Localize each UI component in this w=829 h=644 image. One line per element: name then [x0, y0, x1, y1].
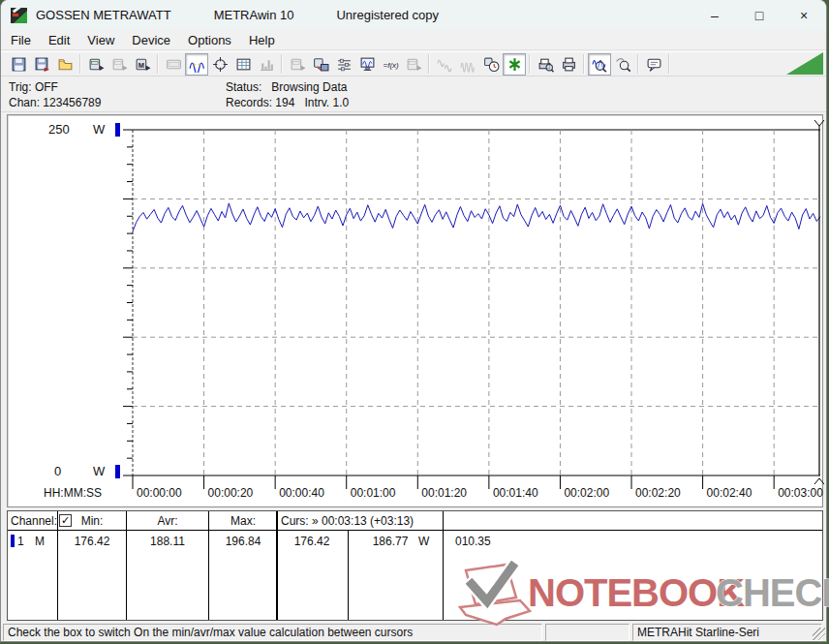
table-divider [348, 530, 349, 620]
app-window: GOSSEN METRAWATT METRAwin 10 Unregistere… [1, 0, 826, 641]
toolbar: M=f(x) [1, 51, 826, 77]
table-header-divider [8, 530, 822, 531]
start-recording-icon[interactable] [503, 53, 526, 76]
annotation-icon[interactable] [642, 53, 665, 76]
value-extra: 010.35 [455, 535, 491, 548]
export-icon [286, 53, 309, 76]
dense-curves-icon [456, 53, 479, 76]
column-header-min: Min: [81, 514, 104, 528]
records-interval: Records: 194 Intrv. 1.0 [226, 96, 349, 109]
numeric-display-icon [162, 53, 185, 76]
save-as-icon[interactable] [30, 53, 53, 76]
browse-status: Status: Browsing Data [226, 80, 347, 94]
toolbar-separator [583, 54, 585, 74]
read-device-icon[interactable] [84, 53, 107, 76]
table-divider [443, 511, 444, 620]
column-header-max: Max: [230, 514, 256, 528]
print-icon[interactable] [557, 53, 580, 76]
chart-panel: 250 W 0 W HH:MM:SS 00:00:0000:00:2000:00… [7, 114, 823, 507]
toolbar-separator [79, 54, 81, 74]
power-trace [133, 203, 820, 231]
acquisition-info-panel: Trig: OFF Chan: 123456789 Status: Browsi… [1, 77, 826, 112]
svg-text:=f(x): =f(x) [383, 61, 398, 70]
minimize-button[interactable]: – [692, 0, 737, 30]
channel-mode: M [35, 535, 45, 548]
zoom-time-icon[interactable] [588, 53, 611, 76]
crosshair-view-icon[interactable] [208, 53, 231, 76]
toolbar-separator [529, 54, 531, 74]
table-divider [276, 511, 278, 620]
column-header-cursor: Curs: » 00:03:13 (+03:13) [281, 514, 414, 528]
value-cursor1: 176.42 [294, 535, 330, 548]
menu-item-view[interactable]: View [79, 31, 122, 49]
statusbar-middle-panel [545, 624, 629, 641]
print-preview-icon[interactable] [534, 53, 557, 76]
svg-text:M: M [138, 60, 143, 69]
online-display-icon[interactable] [355, 53, 379, 76]
app-icon [11, 8, 27, 23]
statusbar-device-name: METRAHit Starline-Seri [632, 624, 822, 641]
read-device-2-icon [107, 53, 131, 76]
title-product-name: METRAwin 10 [214, 8, 294, 22]
menu-item-help[interactable]: Help [241, 31, 283, 49]
resize-grip[interactable] [813, 628, 825, 640]
time-settings-icon[interactable] [479, 53, 503, 76]
toolbar-separator [668, 54, 670, 74]
status-bar: Check the box to switch On the min/avr/m… [1, 624, 826, 641]
toolbar-separator [281, 54, 283, 74]
channel-list: Chan: 123456789 [9, 96, 101, 109]
table-divider [208, 511, 209, 620]
open-file-icon[interactable] [53, 53, 77, 76]
menu-item-options[interactable]: Options [180, 31, 239, 49]
menu-item-edit[interactable]: Edit [41, 31, 77, 49]
toolbar-separator [157, 54, 159, 74]
value-max: 196.84 [226, 535, 261, 548]
waveform-view-icon[interactable] [185, 53, 208, 76]
table-view-icon[interactable] [231, 53, 255, 76]
trigger-status: Trig: OFF [9, 80, 58, 94]
save-icon[interactable] [7, 53, 30, 76]
zoom-curve-icon[interactable] [611, 53, 634, 76]
value-min: 176.42 [75, 535, 110, 548]
device-config-icon [402, 53, 425, 76]
close-button[interactable]: × [782, 0, 826, 30]
menu-bar: FileEditViewDeviceOptionsHelp [1, 30, 826, 50]
toolbar-separator [428, 54, 430, 74]
menu-item-device[interactable]: Device [124, 31, 178, 49]
compare-curves-icon [433, 53, 456, 76]
read-memory-icon[interactable]: M [131, 53, 154, 76]
statusbar-hint: Check the box to switch On the min/avr/m… [3, 624, 542, 641]
value-avr: 188.11 [150, 535, 185, 548]
measurement-table: Channel: ✓ Min: Avr: Max: Curs: » 00:03:… [7, 510, 823, 621]
waveform-plot [8, 115, 824, 508]
channel-settings-icon[interactable] [332, 53, 355, 76]
green-triangle-decoration [786, 52, 823, 75]
maximize-button[interactable]: □ [737, 0, 782, 30]
toolbar-separator [637, 54, 639, 74]
value-cursor2: 186.77 [373, 535, 409, 548]
column-header-avr: Avr: [157, 514, 177, 528]
table-divider [126, 511, 127, 620]
measurement-cursor[interactable] [814, 120, 824, 484]
channel-number: 1 [17, 535, 24, 548]
formula-icon[interactable]: =f(x) [379, 53, 402, 76]
menu-item-file[interactable]: File [3, 31, 39, 49]
value-cursor2-unit: W [418, 535, 429, 548]
device-to-disk-icon[interactable] [309, 53, 332, 76]
column-header-channel: Channel: [11, 514, 57, 528]
title-app-name: GOSSEN METRAWATT [36, 8, 171, 22]
minmax-calc-checkbox[interactable]: ✓ [59, 514, 72, 527]
table-divider [57, 511, 58, 620]
bargraph-view-icon [255, 53, 278, 76]
title-license-status: Unregistered copy [336, 8, 439, 22]
title-bar: GOSSEN METRAWATT METRAwin 10 Unregistere… [1, 0, 826, 30]
channel-1-marker [11, 535, 15, 547]
